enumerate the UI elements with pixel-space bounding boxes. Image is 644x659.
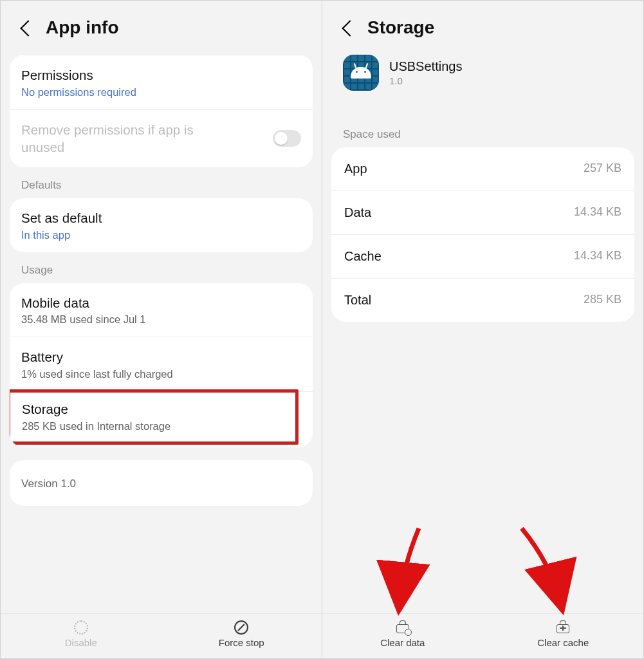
total-val: 285 KB — [584, 293, 621, 308]
bottom-bar: Disable Force stop — [1, 613, 322, 658]
section-defaults: Defaults — [1, 167, 322, 198]
row-cache-size: Cache 14.34 KB — [331, 234, 634, 278]
app-icon — [343, 55, 379, 91]
set-default-sub: In this app — [21, 229, 301, 241]
card-defaults: Set as default In this app — [10, 198, 313, 252]
app-val: 257 KB — [584, 162, 621, 176]
app-meta: USBSettings 1.0 — [389, 59, 462, 86]
battery-title: Battery — [21, 348, 301, 366]
force-stop-label: Force stop — [219, 637, 264, 648]
clear-cache-button[interactable]: Clear cache — [483, 614, 644, 658]
clear-cache-label: Clear cache — [537, 637, 589, 648]
cache-key: Cache — [344, 249, 382, 264]
row-storage[interactable]: Storage 285 KB used in Internal storage — [10, 391, 313, 447]
arrow-annotation — [393, 528, 502, 627]
card-space-used: App 257 KB Data 14.34 KB Cache 14.34 KB … — [331, 147, 634, 322]
app-identity: USBSettings 1.0 — [322, 55, 643, 102]
card-usage: Mobile data 35.48 MB used since Jul 1 Ba… — [10, 283, 313, 447]
card-permissions: Permissions No permissions required Remo… — [10, 55, 313, 167]
back-icon[interactable] — [342, 20, 358, 36]
remove-perms-toggle[interactable] — [273, 130, 301, 147]
row-app-size: App 257 KB — [331, 147, 634, 190]
battery-sub: 1% used since last fully charged — [21, 368, 301, 380]
clear-cache-icon — [555, 620, 571, 635]
section-space-used: Space used — [322, 102, 643, 147]
storage-title: Storage — [22, 400, 286, 418]
force-stop-button[interactable]: Force stop — [161, 614, 322, 658]
app-key: App — [344, 162, 367, 176]
storage-highlight: Storage 285 KB used in Internal storage — [10, 389, 299, 445]
permissions-sub: No permissions required — [21, 86, 301, 98]
header: App info — [1, 1, 322, 55]
remove-perms-label: Remove permissions if app is unused — [21, 121, 227, 156]
header: Storage — [322, 1, 643, 55]
section-usage: Usage — [1, 252, 322, 283]
row-battery[interactable]: Battery 1% used since last fully charged — [10, 337, 313, 391]
row-data-size: Data 14.34 KB — [331, 190, 634, 234]
mobile-data-sub: 35.48 MB used since Jul 1 — [21, 313, 301, 326]
storage-sub: 285 KB used in Internal storage — [22, 420, 286, 432]
android-icon — [351, 67, 371, 79]
row-total-size: Total 285 KB — [331, 278, 634, 322]
total-key: Total — [344, 293, 371, 308]
mobile-data-title: Mobile data — [21, 294, 301, 312]
back-icon[interactable] — [20, 20, 36, 36]
card-version: Version 1.0 — [10, 460, 313, 506]
disable-label: Disable — [65, 637, 97, 648]
row-remove-permissions: Remove permissions if app is unused — [10, 109, 313, 167]
row-permissions[interactable]: Permissions No permissions required — [10, 55, 313, 109]
data-val: 14.34 KB — [574, 205, 621, 220]
row-mobile-data[interactable]: Mobile data 35.48 MB used since Jul 1 — [10, 283, 313, 337]
storage-screen: Storage USBSettings 1.0 Space used App 2… — [322, 1, 643, 658]
disable-icon — [74, 620, 88, 635]
data-key: Data — [344, 205, 371, 220]
version-text: Version 1.0 — [21, 478, 301, 490]
disable-button: Disable — [1, 614, 161, 658]
app-info-screen: App info Permissions No permissions requ… — [1, 1, 322, 658]
app-version: 1.0 — [389, 75, 462, 86]
clear-data-button[interactable]: Clear data — [322, 614, 483, 658]
app-name: USBSettings — [389, 59, 462, 74]
bottom-bar: Clear data Clear cache — [322, 613, 643, 658]
clear-data-icon — [395, 620, 410, 635]
cache-val: 14.34 KB — [574, 249, 621, 264]
arrow-annotation — [515, 528, 625, 627]
force-stop-icon — [234, 620, 248, 635]
set-default-title: Set as default — [21, 209, 301, 227]
row-set-default[interactable]: Set as default In this app — [10, 198, 313, 252]
page-title: App info — [46, 17, 119, 38]
permissions-title: Permissions — [21, 66, 301, 84]
page-title: Storage — [367, 17, 434, 38]
clear-data-label: Clear data — [380, 637, 425, 648]
